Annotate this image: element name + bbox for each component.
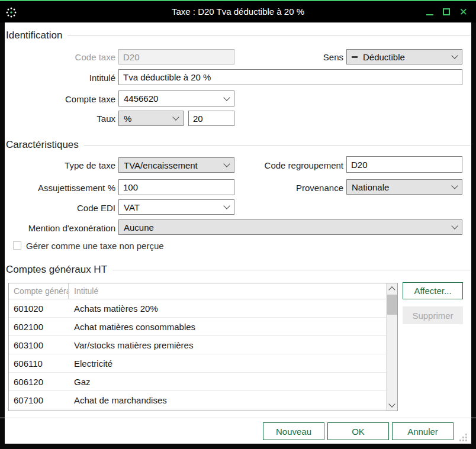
table-header-row: Compte général r... Intitulé — [9, 283, 386, 299]
scrollbar-thumb[interactable] — [387, 295, 397, 315]
ok-button[interactable]: OK — [327, 422, 389, 440]
comptes-table: Compte général r... Intitulé 601020 Acha… — [8, 283, 398, 411]
table-scrollbar[interactable] — [386, 283, 397, 411]
dialog-window: Taxe : D20 Tva déductible à 20 % ✕ Ident… — [0, 0, 476, 449]
assujettissement-label: Assujettissement % — [12, 183, 115, 193]
intitule-field[interactable] — [118, 69, 462, 85]
table-row[interactable]: 603100 Var/stocks matières premières — [9, 336, 386, 354]
table-row[interactable]: 602100 Achat matières consommables — [9, 318, 386, 336]
code-edi-label: Code EDI — [12, 203, 115, 213]
cell-compte: 607100 — [9, 391, 69, 409]
table-row[interactable]: 601020 Achats matières 20% — [9, 299, 386, 318]
supprimer-button: Supprimer — [403, 306, 463, 324]
intitule-label: Intitulé — [12, 73, 115, 83]
section-rule — [112, 270, 470, 270]
provenance-label: Provenance — [237, 183, 343, 193]
cell-compte: 606110 — [9, 354, 69, 372]
taux-unit-select[interactable]: % — [118, 111, 184, 126]
code-edi-combobox[interactable]: VAT — [118, 199, 234, 215]
cell-compte: 602100 — [9, 318, 69, 335]
code-taxe-field — [118, 49, 234, 64]
sens-select[interactable]: Déductible — [346, 49, 462, 64]
provenance-value: Nationale — [352, 182, 452, 192]
cell-intitule: Achat de marchandises — [69, 391, 386, 409]
type-de-taxe-select[interactable]: TVA/encaissement — [118, 157, 234, 173]
section-rule — [84, 145, 470, 146]
titlebar: Taxe : D20 Tva déductible à 20 % ✕ — [0, 1, 476, 22]
cell-compte: 603100 — [9, 336, 69, 354]
type-de-taxe-label: Type de taxe — [12, 160, 115, 170]
compte-taxe-combobox[interactable]: 4456620 — [118, 91, 234, 106]
cell-intitule: Achats matières 20% — [69, 299, 386, 317]
cell-compte: 606120 — [9, 373, 69, 390]
section-rule — [67, 35, 470, 36]
affecter-button[interactable]: Affecter... — [403, 282, 463, 299]
code-regroupement-label: Code regroupement — [237, 160, 343, 170]
provenance-select[interactable]: Nationale — [346, 179, 462, 195]
code-taxe-label: Code taxe — [12, 52, 115, 62]
code-regroupement-field[interactable] — [346, 156, 462, 173]
chevron-down-icon — [223, 202, 230, 209]
section-identification: Identification — [6, 30, 470, 41]
chevron-down-icon — [451, 182, 458, 189]
taxe-non-percue-checkbox[interactable] — [13, 241, 21, 250]
table-row[interactable]: 607100 Achat de marchandises — [9, 391, 386, 409]
chevron-down-icon — [451, 52, 458, 59]
section-title: Identification — [6, 30, 62, 41]
section-title: Comptes généraux HT — [6, 264, 107, 276]
close-icon[interactable]: ✕ — [459, 7, 468, 17]
minus-icon — [352, 56, 358, 58]
footer-separator — [0, 418, 476, 418]
section-caracteristiques: Caractéristiques — [6, 139, 470, 151]
code-edi-value: VAT — [124, 202, 224, 212]
taux-unit-value: % — [124, 114, 173, 124]
resize-grip[interactable] — [459, 434, 467, 442]
maximize-icon[interactable] — [443, 8, 450, 15]
sens-label: Sens — [255, 52, 343, 62]
sens-value: Déductible — [363, 52, 452, 62]
table-row[interactable]: 606110 Electricité — [9, 354, 386, 373]
cell-intitule: Electricité — [69, 354, 386, 372]
section-comptes-generaux: Comptes généraux HT — [6, 264, 470, 276]
compte-taxe-value: 4456620 — [124, 93, 224, 104]
scroll-up-icon[interactable] — [388, 286, 395, 293]
chevron-down-icon — [172, 114, 179, 120]
cell-intitule: Gaz — [69, 373, 386, 390]
mention-exoneration-value: Aucune — [124, 222, 452, 232]
section-title: Caractéristiques — [6, 139, 79, 151]
nouveau-button[interactable]: Nouveau — [263, 422, 324, 440]
assujettissement-field[interactable] — [118, 179, 234, 195]
annuler-button[interactable]: Annuler — [392, 422, 454, 440]
cell-intitule: Achat matières consommables — [69, 318, 386, 335]
column-header-compte[interactable]: Compte général r... — [9, 283, 69, 299]
taxe-non-percue-label: Gérer comme une taxe non perçue — [26, 241, 164, 251]
mention-exoneration-select[interactable]: Aucune — [118, 219, 462, 235]
cell-intitule: Var/stocks matières premières — [69, 336, 386, 354]
chevron-down-icon — [223, 94, 230, 101]
type-de-taxe-value: TVA/encaissement — [124, 160, 224, 170]
column-header-intitule[interactable]: Intitulé — [69, 283, 386, 299]
taux-field[interactable] — [188, 111, 234, 126]
cell-compte: 601020 — [9, 299, 69, 317]
chevron-down-icon — [223, 160, 230, 167]
table-row[interactable]: 606120 Gaz — [9, 373, 386, 391]
taux-label: Taux — [12, 114, 115, 124]
window-title: Taxe : D20 Tva déductible à 20 % — [0, 7, 476, 17]
minimize-icon[interactable] — [426, 14, 433, 15]
mention-exoneration-label: Mention d'exonération — [0, 223, 115, 233]
scroll-down-icon[interactable] — [388, 400, 395, 407]
chevron-down-icon — [451, 222, 458, 229]
compte-taxe-label: Compte taxe — [12, 94, 115, 104]
